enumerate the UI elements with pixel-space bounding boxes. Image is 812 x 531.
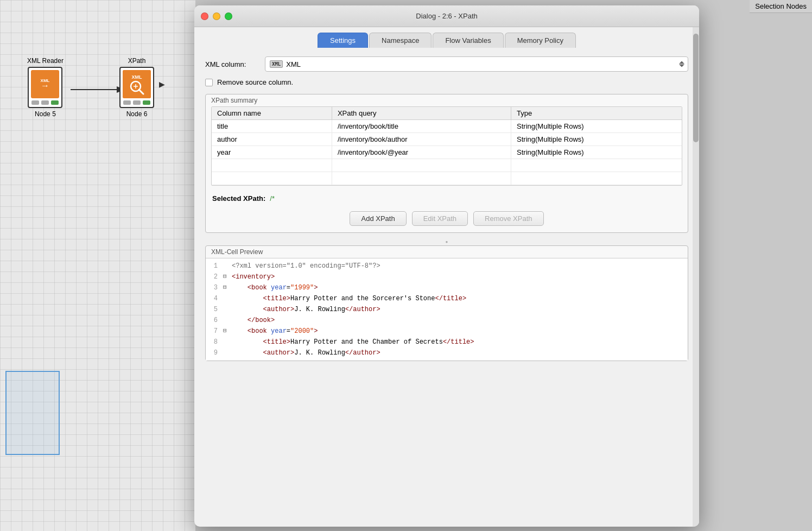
row2-xpath: /inventory/book/@year xyxy=(332,146,511,159)
tab-namespace[interactable]: Namespace xyxy=(369,33,432,48)
col-header-xpath: XPath query xyxy=(332,107,511,120)
minimize-button[interactable] xyxy=(213,12,220,20)
remove-source-checkbox[interactable] xyxy=(205,79,213,86)
line-num-1: 1 xyxy=(206,261,223,271)
xml-column-value: XML xyxy=(286,60,301,68)
xml-reader-title: XML Reader xyxy=(27,57,64,65)
buttons-row: Add XPath Edit XPath Remove XPath xyxy=(206,207,688,232)
close-button[interactable] xyxy=(201,12,208,20)
xpath-table: Column name XPath query Type title /inve… xyxy=(212,107,682,185)
dialog-window: Dialog - 2:6 - XPath Settings Namespace … xyxy=(194,5,699,527)
code-line-7: 7 ⊟ <book year="2000"> xyxy=(206,326,688,337)
xml-preview-title: XML-Cell Preview xyxy=(206,246,688,258)
xml-column-select[interactable]: XML XML xyxy=(265,56,688,72)
title-bar-buttons xyxy=(201,12,232,20)
remove-source-row: Remove source column. xyxy=(205,78,688,86)
xml-reader-box[interactable]: XML → xyxy=(28,67,62,108)
title-bar: Dialog - 2:6 - XPath xyxy=(194,5,699,27)
row0-col-name: title xyxy=(212,120,332,133)
line-content-8: <title>Harry Potter and the Chamber of S… xyxy=(232,337,688,347)
line-num-4: 4 xyxy=(206,294,223,304)
xpath-summary-section: XPath summary Column name XPath query Ty… xyxy=(205,94,688,233)
table-row[interactable]: title /inventory/book/title String(Multi… xyxy=(212,120,682,133)
selection-rect xyxy=(5,371,60,455)
line-content-4: <title>Harry Potter and the Sorcerer's S… xyxy=(232,294,688,304)
edit-xpath-button[interactable]: Edit XPath xyxy=(412,211,468,226)
tab-memory-policy[interactable]: Memory Policy xyxy=(505,33,576,48)
port-gray-1 xyxy=(31,100,39,105)
code-line-3: 3 ⊟ <book year="1999"> xyxy=(206,282,688,293)
xpath-node-box[interactable]: XML xyxy=(119,67,154,108)
maximize-button[interactable] xyxy=(225,12,232,20)
line-content-6: </book> xyxy=(232,315,688,325)
line-num-6: 6 xyxy=(206,315,223,325)
gutter-3: ⊟ xyxy=(223,283,232,292)
line-content-2: <inventory> xyxy=(232,272,688,282)
table-row[interactable]: author /inventory/book/author String(Mul… xyxy=(212,133,682,146)
col-header-name: Column name xyxy=(212,107,332,120)
line-num-7: 7 xyxy=(206,326,223,336)
line-num-9: 9 xyxy=(206,348,223,358)
line-content-1: <?xml version="1.0" encoding="UTF-8"?> xyxy=(232,261,688,271)
code-line-4: 4 <title>Harry Potter and the Sorcerer's… xyxy=(206,293,688,304)
selected-xpath-row: Selected XPath: /* xyxy=(206,190,688,207)
xpath-node-icon: XML xyxy=(123,70,151,98)
xpath-output-arrow: ▶ xyxy=(159,80,165,88)
xml-reader-node[interactable]: XML Reader XML → Node 5 xyxy=(27,57,64,118)
remove-xpath-button[interactable]: Remove XPath xyxy=(473,211,543,226)
tab-flow-variables[interactable]: Flow Variables xyxy=(433,33,503,48)
scrollbar-thumb[interactable] xyxy=(693,34,699,142)
xpath-port-green xyxy=(143,100,150,105)
xml-preview-section: XML-Cell Preview 1 <?xml version="1.0" e… xyxy=(205,245,688,361)
xml-preview-content[interactable]: 1 <?xml version="1.0" encoding="UTF-8"?>… xyxy=(206,258,688,361)
selection-nodes-label: Selection Nodes xyxy=(750,0,812,13)
line-content-5: <author>J. K. Rowling</author> xyxy=(232,305,688,314)
dialog-content: XML column: XML XML Remove source column… xyxy=(194,48,699,375)
selected-xpath-label: Selected XPath: xyxy=(212,194,265,203)
line-content-3: <book year="1999"> xyxy=(232,283,688,293)
row2-col-name: year xyxy=(212,146,332,159)
remove-source-label: Remove source column. xyxy=(217,78,293,86)
line-num-8: 8 xyxy=(206,337,223,347)
port-gray-2 xyxy=(41,100,49,105)
code-line-5: 5 <author>J. K. Rowling</author> xyxy=(206,304,688,315)
row0-xpath: /inventory/book/title xyxy=(332,120,511,133)
gutter-7: ⊟ xyxy=(223,326,232,336)
selected-xpath-value: /* xyxy=(270,194,275,203)
col-header-type: Type xyxy=(511,107,682,120)
table-row[interactable]: year /inventory/book/@year String(Multip… xyxy=(212,146,682,159)
xpath-node[interactable]: XPath XML ▶ Node 6 xyxy=(119,57,154,118)
row2-type: String(Multiple Rows) xyxy=(511,146,682,159)
code-line-1: 1 <?xml version="1.0" encoding="UTF-8"?> xyxy=(206,261,688,271)
connection-arrow xyxy=(71,81,125,98)
xpath-node-label: Node 6 xyxy=(126,110,148,118)
row1-col-name: author xyxy=(212,133,332,146)
code-line-2: 2 ⊟ <inventory> xyxy=(206,271,688,282)
spinner-down-icon xyxy=(679,65,684,67)
add-xpath-button[interactable]: Add XPath xyxy=(350,211,406,226)
xpath-port-gray-1 xyxy=(123,100,131,105)
xml-badge: XML xyxy=(270,60,283,68)
row1-xpath: /inventory/book/author xyxy=(332,133,511,146)
xml-column-row: XML column: XML XML xyxy=(205,56,688,72)
line-num-2: 2 xyxy=(206,272,223,282)
port-green xyxy=(51,100,59,105)
xml-reader-icon: XML → xyxy=(31,70,59,98)
tab-settings[interactable]: Settings xyxy=(318,33,368,48)
table-row-empty xyxy=(212,159,682,172)
xpath-port-gray-2 xyxy=(133,100,141,105)
line-num-3: 3 xyxy=(206,283,223,293)
code-line-6: 6 </book> xyxy=(206,315,688,326)
gutter-2: ⊟ xyxy=(223,272,232,281)
xml-column-label: XML column: xyxy=(205,60,259,68)
line-content-7: <book year="2000"> xyxy=(232,326,688,336)
xpath-summary-title: XPath summary xyxy=(206,94,688,106)
scrollbar-track[interactable] xyxy=(693,27,699,527)
column-spinner[interactable] xyxy=(679,61,684,67)
tab-bar: Settings Namespace Flow Variables Memory… xyxy=(194,27,699,48)
row1-type: String(Multiple Rows) xyxy=(511,133,682,146)
dialog-title: Dialog - 2:6 - XPath xyxy=(416,12,477,20)
line-content-9: <author>J. K. Rowling</author> xyxy=(232,348,688,358)
line-num-5: 5 xyxy=(206,305,223,314)
spinner-up-icon xyxy=(679,61,684,64)
